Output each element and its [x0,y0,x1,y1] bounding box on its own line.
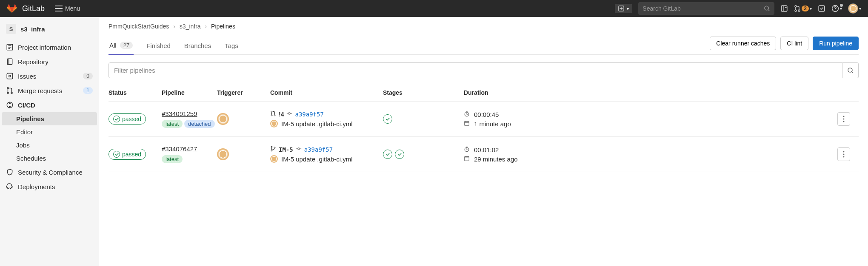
sidebar: S s3_infra Project information Repositor… [0,17,99,266]
sidebar-item-deployments[interactable]: Deployments [0,179,99,194]
triggerer-avatar[interactable] [217,113,229,125]
pipeline-id-link[interactable]: #334091259 [162,110,197,117]
sidebar-sub-editor[interactable]: Editor [0,125,99,139]
filter-input[interactable] [108,62,842,78]
commit-ref[interactable]: IM-5 [279,146,293,153]
breadcrumb-group[interactable]: PmmQuickStartGuides [108,23,169,30]
tab-count: 27 [120,42,133,49]
chevron-down-icon: ▾ [627,6,629,11]
hamburger-icon [55,6,63,11]
svg-point-29 [298,148,300,150]
sidebar-item-merge-requests[interactable]: Merge requests 1 [0,83,99,98]
issues-count: 0 [83,73,93,79]
sidebar-item-label: Repository [18,58,49,65]
stopwatch-icon [464,111,471,118]
stage-status-icon[interactable] [383,150,392,159]
tab-tags[interactable]: Tags [224,37,239,54]
pipeline-id-link[interactable]: #334076427 [162,145,197,153]
sidebar-sub-schedules[interactable]: Schedules [0,152,99,165]
plus-icon [618,6,624,11]
sidebar-item-repository[interactable]: Repository [0,54,99,69]
breadcrumb-project[interactable]: s3_infra [180,23,201,30]
status-badge[interactable]: passed [108,149,146,160]
duration-value: 00:00:45 [474,111,499,118]
tab-finished[interactable]: Finished [146,37,171,54]
merge-request-icon [794,5,801,12]
merge-requests-shortcut[interactable]: 2 ▾ [794,5,812,12]
svg-point-16 [848,68,852,72]
sidebar-item-label: Merge requests [18,87,62,94]
sidebar-item-project-info[interactable]: Project information [0,40,99,54]
todos-icon[interactable] [818,5,825,12]
commit-ref[interactable]: !4 [279,111,284,118]
commit-sha-link[interactable]: a39a9f57 [304,146,333,153]
commit-sha-link[interactable]: a39a9f57 [295,111,323,118]
svg-rect-10 [7,73,13,79]
mr-count-badge: 2 [802,6,809,11]
sidebar-item-label: Deployments [18,183,55,190]
create-new-button[interactable]: ▾ [615,4,632,13]
table-header: Status Pipeline Triggerer Commit Stages … [108,86,859,102]
search-box[interactable] [638,2,774,15]
help-button[interactable]: ▾ [831,5,842,12]
stopwatch-icon [464,146,471,153]
sidebar-item-label: Issues [18,73,36,80]
chevron-down-icon: ▾ [810,6,812,11]
pipeline-actions-button[interactable] [837,112,850,126]
svg-point-24 [843,119,845,120]
notification-dot [840,4,843,7]
gitlab-logo-icon[interactable] [7,3,17,14]
col-stages: Stages [383,89,464,96]
commit-author-avatar[interactable] [270,120,278,127]
sidebar-item-cicd[interactable]: CI/CD [0,98,99,112]
issues-shortcut-icon[interactable] [780,5,788,12]
stage-status-icon[interactable] [395,150,404,159]
triggerer-avatar[interactable] [217,148,229,160]
filter-search-button[interactable] [842,62,859,78]
sidebar-item-security[interactable]: Security & Compliance [0,165,99,179]
clear-runner-caches-button[interactable]: Clear runner caches [710,37,776,50]
calendar-icon [464,120,471,127]
svg-point-25 [843,121,845,122]
commit-message[interactable]: IM-5 update .gitlab-ci.yml [281,120,353,127]
topbar-right: ▾ 2 ▾ ▾ ▾ [615,2,861,15]
sidebar-item-label: Project information [18,44,71,51]
col-actions [837,89,859,96]
brand-name[interactable]: GitLab [22,4,45,13]
branch-icon [270,146,276,153]
layout: S s3_infra Project information Repositor… [0,17,868,266]
pipeline-row: passed #334091259 latestdetached !4 a39a… [108,102,859,137]
sidebar-sub-pipelines[interactable]: Pipelines [2,112,97,125]
svg-point-34 [843,156,845,158]
tabs: All 27 Finished Branches Tags [108,37,239,54]
breadcrumb: PmmQuickStartGuides › s3_infra › Pipelin… [108,23,859,30]
sidebar-sub-jobs[interactable]: Jobs [0,139,99,152]
pipeline-actions-button[interactable] [837,147,850,161]
svg-point-33 [843,154,845,155]
svg-point-5 [798,10,800,11]
svg-point-1 [765,6,768,10]
run-pipeline-button[interactable]: Run pipeline [813,37,859,50]
status-text: passed [122,151,141,158]
ci-lint-button[interactable]: CI lint [780,37,808,50]
svg-point-17 [271,111,272,112]
project-header[interactable]: S s3_infra [0,20,99,40]
col-duration: Duration [464,89,837,96]
menu-button[interactable]: Menu [55,5,80,12]
col-commit: Commit [270,89,383,96]
stage-status-icon[interactable] [383,114,392,124]
user-menu[interactable]: ▾ [848,3,861,14]
breadcrumb-current: Pipelines [211,23,235,30]
pipeline-tag-detached: detached [184,120,215,128]
merge-request-icon [6,87,14,94]
sidebar-item-issues[interactable]: Issues 0 [0,69,99,83]
status-badge[interactable]: passed [108,113,146,125]
tab-all[interactable]: All 27 [108,37,134,55]
svg-point-12 [7,88,9,89]
commit-message[interactable]: IM-5 update .gitlab-ci.yml [281,156,353,163]
tab-branches[interactable]: Branches [183,37,212,54]
finished-ago: 29 minutes ago [474,156,518,163]
pipeline-rows: passed #334091259 latestdetached !4 a39a… [108,102,859,172]
search-input[interactable] [642,5,764,12]
commit-author-avatar[interactable] [270,155,278,163]
